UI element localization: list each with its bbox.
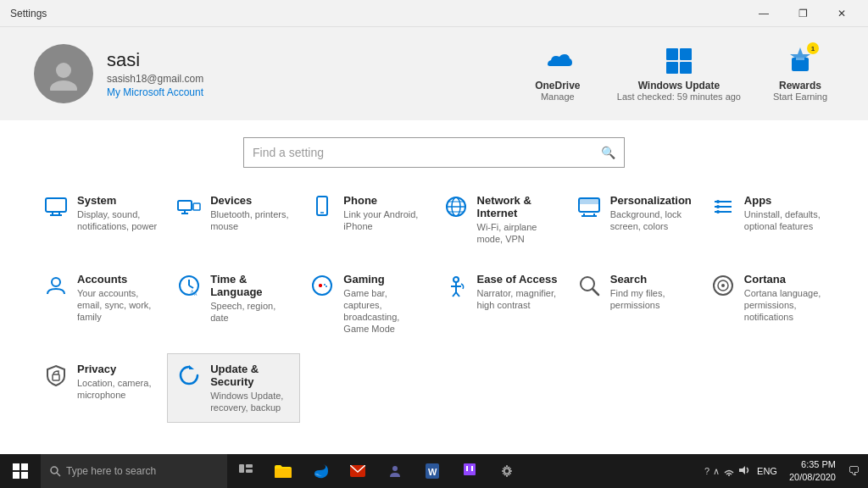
svg-rect-9 [46, 198, 66, 212]
setting-search[interactable]: Search Find my files, permissions [567, 263, 701, 345]
setting-time[interactable]: A A Time & Language Speech, region, date [167, 263, 300, 345]
search-settings-icon [576, 273, 602, 298]
svg-rect-14 [193, 203, 200, 210]
onedrive-label: OneDrive [535, 80, 580, 92]
setting-system[interactable]: System Display, sound, notifications, po… [34, 185, 167, 255]
apps-desc: Uninstall, defaults, optional features [744, 208, 825, 233]
ease-desc: Narrator, magnifier, high contrast [477, 287, 558, 312]
svg-point-69 [392, 466, 398, 471]
rewards-icon: 1 [785, 46, 815, 76]
time-desc: Speech, region, date [210, 300, 291, 324]
ease-title: Ease of Access [477, 273, 558, 286]
svg-rect-73 [466, 466, 468, 471]
svg-rect-3 [680, 48, 692, 60]
devices-desc: Bluetooth, printers, mouse [210, 208, 291, 233]
taskbar-left: Type here to search [0, 454, 526, 488]
setting-gaming[interactable]: Gaming Game bar, captures, broadcasting,… [300, 263, 433, 345]
search-box[interactable]: 🔍 [243, 137, 625, 168]
taskbar: Type here to search [0, 454, 868, 488]
svg-point-76 [728, 474, 730, 476]
windows-update-sublabel: Last checked: 59 minutes ago [617, 92, 741, 102]
personalization-title: Personalization [610, 194, 692, 207]
update-icon [176, 363, 202, 388]
windows-update-icon [664, 46, 694, 76]
svg-point-1 [50, 80, 77, 91]
rewards-sublabel: Start Earning [773, 92, 827, 102]
accounts-icon [43, 273, 69, 298]
setting-accounts[interactable]: Accounts Your accounts, email, sync, wor… [34, 263, 167, 345]
gaming-desc: Game bar, captures, broadcasting, Game M… [343, 287, 424, 336]
start-button[interactable] [0, 454, 41, 488]
volume-icon[interactable] [738, 464, 750, 478]
onedrive-icon [542, 46, 573, 76]
twitch-button[interactable] [451, 454, 488, 488]
language-display[interactable]: ENG [754, 466, 781, 476]
svg-point-34 [716, 210, 720, 214]
system-title: System [77, 194, 158, 207]
setting-cortana[interactable]: Cortana Cortana language, permissions, n… [701, 263, 834, 345]
svg-rect-72 [464, 463, 476, 475]
svg-rect-60 [13, 472, 19, 479]
taskbar-search[interactable]: Type here to search [41, 454, 227, 488]
taskbar-right: ? ∧ ENG 6:35 PM 20/08/2020 🗨 [704, 454, 868, 488]
svg-rect-61 [21, 472, 28, 479]
settings-taskbar-button[interactable] [488, 454, 526, 488]
taskbar-apps: W [227, 454, 526, 488]
svg-line-52 [593, 289, 598, 295]
time-display[interactable]: 6:35 PM 20/08/2020 [784, 458, 841, 485]
profile-section: sasi sasish18@gmail.com My Microsoft Acc… [34, 44, 203, 103]
close-button[interactable]: ✕ [822, 0, 861, 27]
minimize-button[interactable]: — [744, 0, 783, 27]
personalization-icon [576, 194, 602, 219]
svg-point-75 [504, 469, 509, 474]
restore-button[interactable]: ❐ [783, 0, 822, 27]
rewards-icon-item[interactable]: 1 Rewards Start Earning [766, 46, 834, 102]
word-button[interactable]: W [414, 454, 451, 488]
update-title: Update & Security [210, 363, 291, 388]
svg-rect-67 [275, 469, 292, 478]
setting-devices[interactable]: Devices Bluetooth, printers, mouse [167, 185, 300, 255]
svg-point-0 [56, 63, 71, 78]
privacy-title: Privacy [77, 363, 158, 375]
file-explorer-button[interactable] [264, 454, 302, 488]
network-tray-icon[interactable] [723, 464, 735, 478]
svg-point-32 [716, 200, 720, 203]
svg-rect-65 [246, 464, 253, 468]
cortana-icon [710, 273, 736, 298]
clock-time: 6:35 PM [789, 458, 836, 471]
svg-rect-8 [796, 58, 804, 60]
network-icon [443, 194, 469, 219]
apps-icon [710, 194, 736, 219]
apps-title: Apps [744, 194, 825, 207]
title-bar: Settings — ❐ ✕ [0, 0, 868, 27]
windows-update-label: Windows Update [638, 80, 721, 92]
setting-privacy[interactable]: Privacy Location, camera, microphone [34, 353, 167, 424]
svg-rect-74 [471, 466, 473, 471]
profile-name: sasi [107, 49, 203, 71]
chevron-up-icon[interactable]: ∧ [713, 466, 720, 477]
help-icon[interactable]: ? [704, 466, 709, 476]
setting-update[interactable]: Update & Security Windows Update, recove… [167, 353, 300, 424]
onedrive-icon-item[interactable]: OneDrive Manage [524, 46, 592, 102]
devices-title: Devices [210, 194, 291, 207]
setting-ease[interactable]: Ease of Access Narrator, magnifier, high… [434, 263, 567, 345]
setting-phone[interactable]: Phone Link your Android, iPhone [300, 185, 433, 255]
svg-line-38 [189, 286, 193, 288]
edge-button[interactable] [302, 454, 339, 488]
svg-point-35 [52, 278, 60, 286]
setting-network[interactable]: Network & Internet Wi-Fi, airplane mode,… [434, 185, 567, 255]
teams-button[interactable] [376, 454, 414, 488]
gaming-title: Gaming [343, 273, 424, 286]
taskview-button[interactable] [227, 454, 264, 488]
window-title: Settings [10, 8, 47, 19]
search-input[interactable] [253, 146, 601, 159]
microsoft-account-link[interactable]: My Microsoft Account [107, 86, 203, 98]
notifications-icon[interactable]: 🗨 [844, 464, 863, 478]
setting-apps[interactable]: Apps Uninstall, defaults, optional featu… [701, 185, 834, 255]
svg-point-62 [51, 467, 58, 474]
setting-personalization[interactable]: Personalization Background, lock screen,… [567, 185, 701, 255]
search-icon: 🔍 [601, 146, 615, 159]
mail-button[interactable] [339, 454, 376, 488]
rewards-label: Rewards [779, 80, 821, 92]
windows-update-icon-item[interactable]: Windows Update Last checked: 59 minutes … [617, 46, 741, 102]
